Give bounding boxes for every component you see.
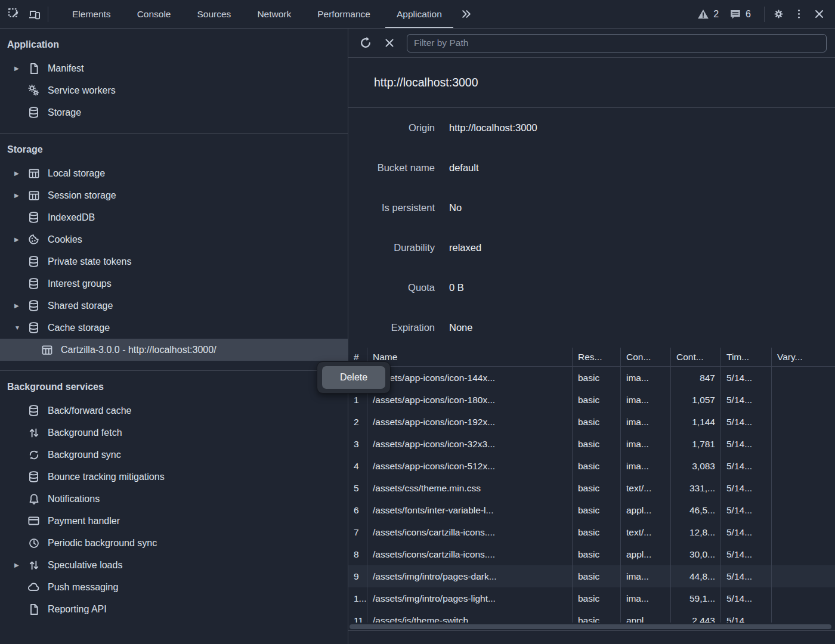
table-cell: basic (573, 455, 621, 477)
sidebar-item-background-fetch[interactable]: Background fetch (0, 422, 348, 444)
close-devtools-button[interactable] (809, 4, 829, 24)
table-cell: 5/14... (721, 433, 772, 455)
table-row[interactable]: 6/assets/fonts/inter-variable-l...basica… (348, 499, 835, 521)
column-header-con[interactable]: Con... (621, 348, 671, 366)
table-row[interactable]: 3/assets/app-icons/icon-32x3...basicima.… (348, 433, 835, 455)
table-body: 0/assets/app-icons/icon-144x...basicima.… (348, 367, 835, 623)
table-row[interactable]: 1/assets/app-icons/icon-180x...basicima.… (348, 389, 835, 411)
sidebar-item-back-forward-cache[interactable]: Back/forward cache (0, 400, 348, 422)
column-header-name[interactable]: Name (367, 348, 573, 366)
tab-elements[interactable]: Elements (59, 0, 124, 28)
table-cell: /assets/css/theme.min.css (367, 477, 573, 499)
inspect-element-button[interactable] (4, 4, 24, 24)
sidebar-item-label: Local storage (48, 168, 105, 179)
toggle-device-toolbar-button[interactable] (24, 4, 44, 24)
sidebar-item-push-messaging[interactable]: Push messaging (0, 576, 348, 598)
updown-arrows-icon (27, 426, 40, 439)
meta-value: relaxed (435, 242, 481, 253)
sidebar-item-periodic-background-sync[interactable]: Periodic background sync (0, 532, 348, 554)
expander-collapsed-icon[interactable]: ▶ (14, 192, 27, 199)
tab-application[interactable]: Application (384, 0, 455, 28)
sidebar-item-bounce-tracking-mitigations[interactable]: Bounce tracking mitigations (0, 466, 348, 488)
sidebar-item-background-sync[interactable]: Background sync (0, 444, 348, 466)
refresh-icon (359, 36, 372, 49)
expander-collapsed-icon[interactable]: ▶ (14, 65, 27, 72)
table-cell: ima... (621, 565, 671, 587)
sidebar-item-private-state-tokens[interactable]: Private state tokens (0, 250, 348, 273)
sidebar-item-cookies[interactable]: ▶Cookies (0, 228, 348, 250)
expander-collapsed-icon[interactable]: ▶ (14, 302, 27, 309)
origin-title: http://localhost:3000 (348, 58, 835, 108)
sidebar-item-session-storage[interactable]: ▶Session storage (0, 184, 348, 206)
warning-icon (697, 8, 709, 20)
sidebar-item-reporting-api[interactable]: Reporting API (0, 598, 348, 620)
sidebar-item-label: IndexedDB (48, 212, 95, 223)
expander-expanded-icon[interactable]: ▼ (14, 324, 27, 331)
tab-sources[interactable]: Sources (184, 0, 245, 28)
column-header-vary[interactable]: Vary... (772, 348, 835, 366)
horizontal-scrollbar[interactable] (348, 623, 835, 631)
table-row[interactable]: 1.../assets/img/intro/pages-light...basi… (348, 587, 835, 609)
table-cell: 11 (348, 609, 367, 623)
expander-collapsed-icon[interactable]: ▶ (14, 170, 27, 177)
sidebar-item-speculative-loads[interactable]: ▶Speculative loads (0, 554, 348, 576)
filter-by-path-input[interactable] (407, 34, 827, 52)
table-cell (772, 389, 835, 411)
sidebar-item-shared-storage[interactable]: ▶Shared storage (0, 295, 348, 317)
table-row[interactable]: 2/assets/app-icons/icon-192x...basicima.… (348, 411, 835, 433)
clear-button[interactable] (381, 34, 398, 52)
tab-performance[interactable]: Performance (304, 0, 384, 28)
tab-console[interactable]: Console (124, 0, 184, 28)
table-cell: 5/14... (721, 367, 772, 389)
device-toolbar-icon (28, 8, 41, 20)
column-header-res[interactable]: Res... (573, 348, 621, 366)
document-icon (27, 62, 40, 75)
meta-row-is-persistent: Is persistentNo (348, 188, 835, 228)
meta-row-durability: Durabilityrelaxed (348, 228, 835, 268)
sidebar-item-notifications[interactable]: Notifications (0, 488, 348, 510)
section-title: Background services (0, 382, 348, 400)
table-cell: ima... (621, 433, 671, 455)
table-cell: /assets/img/intro/pages-dark... (367, 565, 573, 587)
sidebar-item-service-workers[interactable]: Service workers (0, 79, 348, 101)
warnings-counter[interactable]: 2 (694, 8, 722, 20)
expander-collapsed-icon[interactable]: ▶ (14, 562, 27, 568)
card-icon (27, 515, 40, 527)
bell-icon (27, 493, 40, 505)
sidebar-item-storage[interactable]: Storage (0, 101, 348, 123)
table-cell: 3 (348, 433, 367, 455)
more-options-button[interactable] (788, 4, 809, 24)
table-row[interactable]: 7/assets/icons/cartzilla-icons....basict… (348, 521, 835, 543)
scrollbar-thumb[interactable] (350, 624, 831, 629)
sidebar-item-local-storage[interactable]: ▶Local storage (0, 162, 348, 184)
table-cell: 5/14... (721, 543, 772, 565)
table-row[interactable]: 11/assets/js/theme-switch...basicappl...… (348, 609, 835, 623)
context-menu-delete[interactable]: Delete (322, 366, 385, 389)
expander-collapsed-icon[interactable]: ▶ (14, 236, 27, 243)
sidebar-item-cache-storage[interactable]: ▼Cache storage (0, 317, 348, 339)
table-row[interactable]: 9/assets/img/intro/pages-dark...basicima… (348, 565, 835, 587)
sidebar-item-label: Background sync (48, 450, 121, 460)
column-header-tim[interactable]: Tim... (721, 348, 772, 366)
application-sidebar: Application▶ManifestService workersStora… (0, 29, 348, 644)
sidebar-item-interest-groups[interactable]: Interest groups (0, 273, 348, 295)
sidebar-item-cartzilla-3-0-0-http-localhost-3000[interactable]: Cartzilla-3.0.0 - http://localhost:3000/ (0, 339, 348, 361)
tab-network[interactable]: Network (244, 0, 304, 28)
settings-button[interactable] (768, 4, 788, 24)
updown-arrows-icon (27, 559, 40, 571)
sidebar-item-manifest[interactable]: ▶Manifest (0, 57, 348, 79)
meta-value: No (435, 202, 462, 213)
more-tabs-button[interactable] (456, 4, 477, 24)
refresh-button[interactable] (357, 34, 375, 52)
table-row[interactable]: 8/assets/icons/cartzilla-icons....basica… (348, 543, 835, 565)
message-count: 6 (746, 9, 751, 20)
sidebar-item-indexeddb[interactable]: IndexedDB (0, 206, 348, 228)
table-row[interactable]: 4/assets/app-icons/icon-512x...basicima.… (348, 455, 835, 477)
table-row[interactable]: 0/assets/app-icons/icon-144x...basicima.… (348, 367, 835, 389)
column-header-cont[interactable]: Cont... (671, 348, 721, 366)
table-cell: 5/14... (721, 565, 772, 587)
messages-counter[interactable]: 6 (726, 8, 754, 20)
sidebar-item-payment-handler[interactable]: Payment handler (0, 510, 348, 532)
table-cell: 4 (348, 455, 367, 477)
table-row[interactable]: 5/assets/css/theme.min.cssbasictext/...3… (348, 477, 835, 499)
